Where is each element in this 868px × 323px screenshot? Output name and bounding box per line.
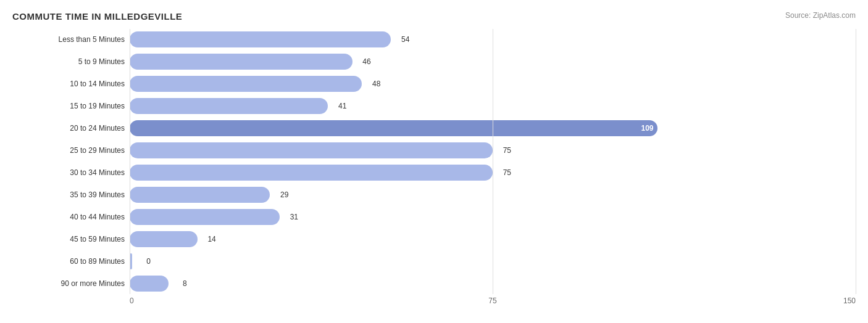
bar-label: Less than 5 Minutes <box>12 35 130 44</box>
x-axis-container: 075150 <box>130 296 856 309</box>
bar-label: 20 to 24 Minutes <box>12 124 130 133</box>
bar-value: 0 <box>146 257 151 266</box>
bar-value: 8 <box>183 279 187 288</box>
bar-label: 15 to 19 Minutes <box>12 102 130 110</box>
x-axis-label: 0 <box>130 296 134 305</box>
bar-track: 48 <box>130 76 856 92</box>
chart-area: Less than 5 Minutes545 to 9 Minutes4610 … <box>12 29 856 309</box>
bar-track: 75 <box>130 165 856 181</box>
bar-value: 29 <box>280 190 288 199</box>
bar-fill: 109 <box>130 120 657 136</box>
bar-value: 31 <box>290 213 298 221</box>
bar-track: 75 <box>130 142 856 158</box>
bar-row: 5 to 9 Minutes46 <box>12 51 856 72</box>
bar-fill: 14 <box>130 231 198 247</box>
bar-value-inside: 109 <box>641 124 654 133</box>
bar-fill: 48 <box>130 76 362 92</box>
bar-label: 5 to 9 Minutes <box>12 57 130 66</box>
bar-fill: 31 <box>130 209 280 225</box>
bar-row: 30 to 34 Minutes75 <box>12 162 856 183</box>
bar-value: 41 <box>338 102 346 110</box>
bar-value: 46 <box>362 57 370 66</box>
bar-fill: 29 <box>130 187 270 203</box>
bar-track: 8 <box>130 276 856 292</box>
bar-row: 90 or more Minutes8 <box>12 273 856 294</box>
bar-label: 40 to 44 Minutes <box>12 213 130 221</box>
bar-row: 40 to 44 Minutes31 <box>12 206 856 227</box>
bar-row: 45 to 59 Minutes14 <box>12 229 856 250</box>
bar-track: 14 <box>130 231 856 247</box>
x-axis-label: 150 <box>843 296 856 305</box>
bar-label: 10 to 14 Minutes <box>12 80 130 88</box>
bar-value: 75 <box>503 146 511 155</box>
bar-fill: 8 <box>130 276 169 292</box>
bar-label: 90 or more Minutes <box>12 279 130 288</box>
bar-track: 0 <box>130 253 856 269</box>
bar-track: 109 <box>130 120 856 136</box>
bar-fill: 54 <box>130 31 391 47</box>
grid-line <box>856 29 856 294</box>
bar-label: 35 to 39 Minutes <box>12 190 130 199</box>
bar-row: Less than 5 Minutes54 <box>12 29 856 50</box>
chart-container: COMMUTE TIME IN MILLEDGEVILLE Source: Zi… <box>0 0 868 323</box>
bar-label: 45 to 59 Minutes <box>12 235 130 243</box>
bar-track: 54 <box>130 31 856 47</box>
bar-track: 41 <box>130 98 856 114</box>
x-axis-label: 75 <box>488 296 496 305</box>
bar-track: 46 <box>130 54 856 70</box>
bar-row: 35 to 39 Minutes29 <box>12 184 856 205</box>
bar-row: 15 to 19 Minutes41 <box>12 96 856 117</box>
bar-value: 48 <box>372 80 380 88</box>
bar-label: 60 to 89 Minutes <box>12 257 130 266</box>
bar-label: 30 to 34 Minutes <box>12 168 130 177</box>
bars-wrapper: Less than 5 Minutes545 to 9 Minutes4610 … <box>12 29 856 294</box>
bar-row: 20 to 24 Minutes109 <box>12 118 856 139</box>
bar-fill: 41 <box>130 98 328 114</box>
source-text: Source: ZipAtlas.com <box>785 11 856 20</box>
bar-value: 54 <box>401 35 409 44</box>
bar-track: 31 <box>130 209 856 225</box>
bar-row: 10 to 14 Minutes48 <box>12 73 856 94</box>
bar-row: 60 to 89 Minutes0 <box>12 251 856 272</box>
bar-track: 29 <box>130 187 856 203</box>
bar-value: 14 <box>207 235 215 243</box>
bar-fill: 75 <box>130 142 493 158</box>
bar-fill: 0 <box>130 253 132 269</box>
chart-title: COMMUTE TIME IN MILLEDGEVILLE <box>12 11 182 22</box>
bar-label: 25 to 29 Minutes <box>12 146 130 155</box>
bar-value: 75 <box>503 168 511 177</box>
bar-fill: 46 <box>130 54 353 70</box>
header-row: COMMUTE TIME IN MILLEDGEVILLE Source: Zi… <box>12 11 856 22</box>
bar-row: 25 to 29 Minutes75 <box>12 140 856 161</box>
bar-fill: 75 <box>130 165 493 181</box>
